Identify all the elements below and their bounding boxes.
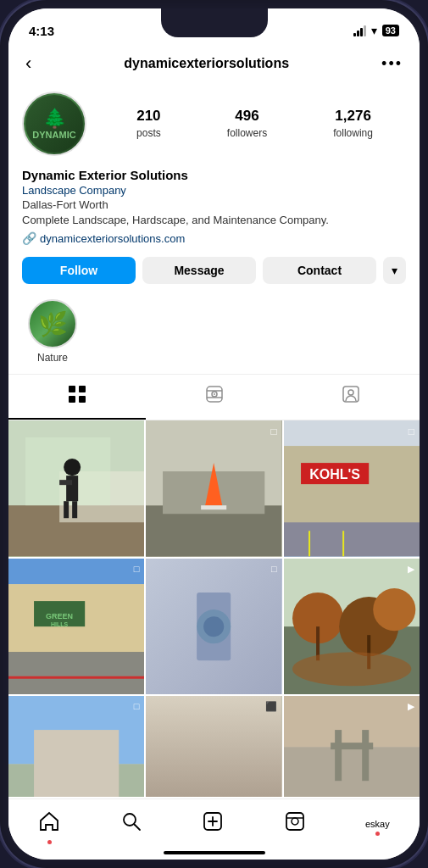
avatar-tree-icon: 🌲 <box>43 108 66 130</box>
posts-label: posts <box>136 127 161 139</box>
svg-rect-65 <box>335 730 342 781</box>
home-icon <box>38 810 60 837</box>
nav-bar: ‹ dynamicexteriorsolutions ••• <box>8 46 420 81</box>
nav-post[interactable] <box>202 810 224 837</box>
profile-header: 🌲 DYNAMIC 210 posts 496 followers <box>8 81 420 163</box>
svg-rect-17 <box>59 480 72 485</box>
nav-search[interactable] <box>120 810 142 837</box>
nav-home[interactable] <box>38 810 60 837</box>
dropdown-button[interactable]: ▾ <box>383 257 406 284</box>
grid-item-9[interactable]: ▶ <box>284 696 420 797</box>
svg-point-10 <box>348 390 353 395</box>
grid-item-7[interactable]: □ <box>8 696 144 797</box>
grid-badge-9: ▶ <box>408 701 414 712</box>
profile-location: Dallas-Fort Worth <box>22 198 406 211</box>
status-icons: ▾ 93 <box>353 24 399 37</box>
stat-posts[interactable]: 210 posts <box>136 108 161 140</box>
profile-website[interactable]: dynamicexteriorsolutions.com <box>40 232 185 245</box>
profile-category[interactable]: Landscape Company <box>22 184 406 197</box>
svg-rect-25 <box>201 505 226 509</box>
svg-rect-0 <box>69 386 75 392</box>
grid-badge-5: □ <box>271 564 277 574</box>
profile-username: dynamicexteriorsolutions <box>124 56 289 71</box>
follow-button[interactable]: Follow <box>22 257 136 284</box>
scroll-content: 🌲 DYNAMIC 210 posts 496 followers <box>8 81 420 797</box>
grid-section: □ KOHL'S <box>8 420 420 797</box>
svg-rect-67 <box>331 743 373 749</box>
svg-rect-16 <box>66 476 78 501</box>
grid-item-8[interactable]: ⬛ <box>146 696 281 797</box>
tab-tagged[interactable] <box>282 375 420 420</box>
stats-group: 210 posts 496 followers 1,276 following <box>103 108 406 140</box>
tab-grid[interactable] <box>8 375 146 420</box>
stat-following[interactable]: 1,276 following <box>333 108 373 140</box>
grid-item-4[interactable]: GREEN HILLS □ <box>8 559 144 694</box>
svg-text:GREEN: GREEN <box>46 612 73 620</box>
back-button[interactable]: ‹ <box>25 53 31 75</box>
profile-link[interactable]: 🔗 dynamicexteriorsolutions.com <box>22 231 406 245</box>
svg-text:HILLS: HILLS <box>51 621 69 627</box>
more-options-button[interactable]: ••• <box>381 55 403 73</box>
grid-item-1[interactable] <box>8 420 144 556</box>
grid-badge-8: ⬛ <box>265 701 277 712</box>
contact-button[interactable]: Contact <box>263 257 376 284</box>
tagged-icon <box>342 385 360 408</box>
grid-badge-4: □ <box>134 564 140 574</box>
svg-rect-3 <box>79 396 86 403</box>
search-icon <box>120 810 142 837</box>
svg-point-6 <box>214 393 215 395</box>
action-buttons: Follow Message Contact ▾ <box>8 257 420 294</box>
profile-name: Dynamic Exterior Solutions <box>22 168 406 182</box>
tab-reels[interactable] <box>146 375 283 420</box>
grid-badge-7: □ <box>134 701 140 711</box>
svg-point-55 <box>292 652 411 686</box>
svg-rect-18 <box>64 501 69 518</box>
svg-point-52 <box>373 588 415 631</box>
svg-line-69 <box>134 824 140 830</box>
svg-point-15 <box>64 459 81 476</box>
profile-stats: 🌲 DYNAMIC 210 posts 496 followers <box>22 92 406 156</box>
avatar: 🌲 DYNAMIC <box>22 92 86 156</box>
grid-badge-6: ▶ <box>408 564 414 575</box>
following-count: 1,276 <box>333 108 373 125</box>
svg-rect-19 <box>72 501 77 518</box>
stat-followers[interactable]: 496 followers <box>227 108 267 140</box>
wifi-icon: ▾ <box>371 24 377 37</box>
avatar-logo-text: DYNAMIC <box>32 130 75 140</box>
grid-item-2[interactable]: □ <box>146 420 281 556</box>
posts-count: 210 <box>136 108 161 125</box>
profile-bio: Complete Landscape, Hardscape, and Maint… <box>22 213 406 228</box>
home-indicator <box>164 851 265 854</box>
svg-rect-64 <box>284 696 420 747</box>
highlight-item[interactable]: 🌿 Nature <box>22 299 83 364</box>
notch <box>161 8 268 37</box>
link-icon: 🔗 <box>22 231 36 245</box>
highlights-section: 🌿 Nature <box>8 294 420 374</box>
phone-screen: 4:13 ▾ 93 ‹ dynamicexteriorsolutions ••• <box>8 8 420 860</box>
nav-reels[interactable] <box>284 810 306 837</box>
post-icon <box>202 810 224 837</box>
svg-rect-59 <box>34 730 119 797</box>
nav-profile[interactable]: eskay <box>365 819 390 829</box>
home-dot <box>47 840 52 844</box>
message-button[interactable]: Message <box>142 257 256 284</box>
grid-item-6[interactable]: ▶ <box>284 559 420 694</box>
svg-rect-41 <box>8 652 144 694</box>
battery-badge: 93 <box>382 25 399 36</box>
grid-badge-2: □ <box>270 426 276 437</box>
phone-frame: 4:13 ▾ 93 ‹ dynamicexteriorsolutions ••• <box>0 0 428 868</box>
status-time: 4:13 <box>29 24 54 38</box>
reels-nav-icon <box>284 810 306 837</box>
svg-point-47 <box>203 616 224 637</box>
highlight-circle: 🌿 <box>28 299 77 348</box>
profile-dot <box>375 832 380 836</box>
grid-badge-3: □ <box>409 426 414 437</box>
svg-rect-66 <box>362 730 369 781</box>
reels-icon <box>205 385 224 408</box>
grid-item-3[interactable]: KOHL'S □ <box>284 420 420 556</box>
grid-item-5[interactable]: □ <box>146 559 281 694</box>
profile-nav-label: eskay <box>365 819 390 829</box>
tabs-section <box>8 374 420 420</box>
profile-info: Dynamic Exterior Solutions Landscape Com… <box>8 163 420 257</box>
followers-count: 496 <box>227 108 267 125</box>
